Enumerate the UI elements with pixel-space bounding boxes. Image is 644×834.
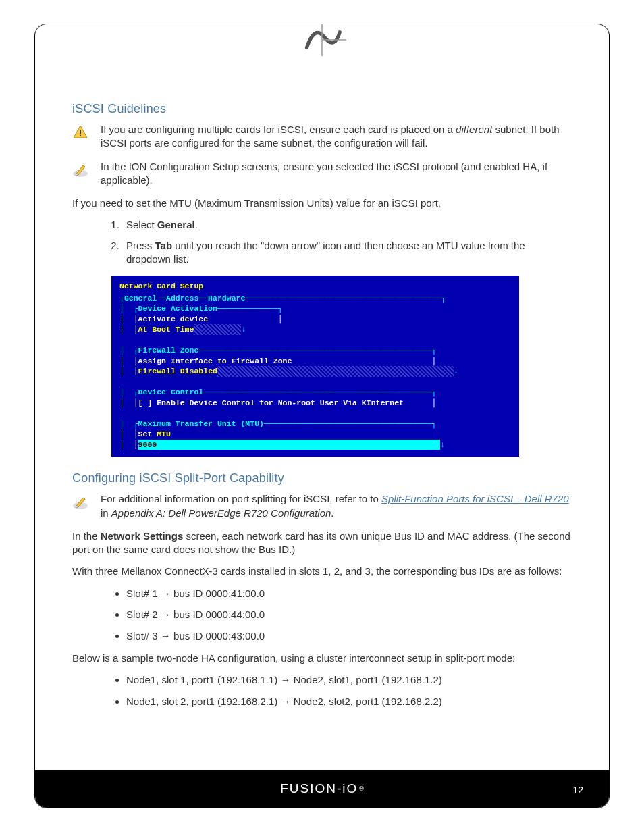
- text-fragment: For additional information on port split…: [101, 493, 381, 504]
- text-fragment: .: [331, 507, 333, 519]
- heading-split-port: Configuring iSCSI Split-Port Capability: [72, 471, 572, 486]
- text-emphasis: different: [456, 124, 492, 135]
- node-list: Node1, slot 1, port1 (192.168.1.1) → Nod…: [72, 673, 572, 708]
- slot-2-item: Slot# 2 → bus ID 0000:44:00.0: [126, 608, 572, 621]
- terminal-screenshot: Network Card Setup┌General──Address──Har…: [111, 276, 519, 457]
- pencil-icon: [72, 161, 91, 180]
- svg-rect-3: [80, 135, 81, 136]
- text-fragment: Select: [126, 219, 157, 230]
- text-fragment: │ │: [119, 440, 138, 449]
- pencil-note-1: In the ION Configuration Setup screens, …: [72, 160, 572, 188]
- terminal-boot-field: [194, 324, 241, 335]
- slot-1-item: Slot# 1 → bus ID 0000:41:00.0: [126, 587, 572, 600]
- warning-text: If you are configuring multiple cards fo…: [101, 123, 572, 151]
- text-fragment: │ │Set: [119, 429, 157, 438]
- svg-rect-2: [80, 130, 81, 134]
- terminal-tabs: ┌General──Address──Hardware─────────────…: [119, 294, 446, 313]
- text-fragment: In the: [72, 530, 101, 542]
- pencil-icon: [72, 494, 91, 512]
- network-settings-para: In the Network Settings screen, each net…: [72, 529, 572, 557]
- text-bold: Tab: [155, 240, 173, 251]
- terminal-mtu-value: 9000: [138, 440, 157, 450]
- terminal-dc-head: │ ┌Device Control───────────────────────…: [119, 388, 436, 396]
- terminal-fz-head: │ ┌Firewall Zone────────────────────────…: [119, 346, 436, 355]
- steps-list: Select General. Press Tab until you reac…: [72, 218, 572, 266]
- slot-list: Slot# 1 → bus ID 0000:41:00.0 Slot# 2 → …: [72, 587, 572, 643]
- warning-note: If you are configuring multiple cards fo…: [72, 123, 572, 151]
- pencil-text-2: For additional information on port split…: [101, 492, 572, 520]
- node-2-item: Node1, slot 2, port1 (192.168.2.1) → Nod…: [126, 695, 572, 708]
- down-arrow-icon: ↓: [440, 440, 445, 449]
- content-area: iSCSI Guidelines If you are configuring …: [35, 24, 609, 737]
- pencil-text-1: In the ION Configuration Setup screens, …: [101, 160, 572, 188]
- text-fragment: │ │: [119, 325, 138, 334]
- text-fragment: │ │: [119, 367, 138, 375]
- text-fragment: in: [101, 507, 111, 519]
- text-fragment: until you reach the "down arrow" icon an…: [126, 240, 525, 265]
- fusion-io-mark-icon: [295, 24, 349, 60]
- down-arrow-icon: ↓: [454, 367, 458, 375]
- page-frame: iSCSI Guidelines If you are configuring …: [34, 24, 610, 808]
- terminal-boot-time: At Boot Time: [138, 325, 194, 334]
- footer-bar: FUSION-iO® 12: [35, 770, 609, 808]
- ha-config-para: Below is a sample two-node HA configurat…: [72, 652, 572, 665]
- slot-text: Slot# 3 → bus ID 0000:43:00.0: [126, 630, 265, 642]
- node-text: Node1, slot 2, port1 (192.168.2.1) → Nod…: [126, 696, 442, 707]
- step-2: Press Tab until you reach the "down arro…: [122, 239, 572, 267]
- node-1-item: Node1, slot 1, port1 (192.168.1.1) → Nod…: [126, 673, 572, 687]
- page-number: 12: [572, 785, 583, 796]
- pencil-note-2: For additional information on port split…: [72, 492, 572, 520]
- text-fragment: Press: [126, 240, 155, 251]
- slot-text: Slot# 1 → bus ID 0000:41:00.0: [126, 588, 265, 599]
- heading-iscsi-guidelines: iSCSI Guidelines: [72, 102, 572, 116]
- footer-brand-text: FUSION-iO: [280, 781, 358, 796]
- down-arrow-icon: ↓: [241, 325, 246, 334]
- text-bold: General: [157, 219, 195, 230]
- slot-text: Slot# 2 → bus ID 0000:44:00.0: [126, 608, 265, 620]
- terminal-fz-assign: │ │Assign Interface to Firewall Zone │: [119, 357, 436, 365]
- text-fragment: If you are configuring multiple cards fo…: [101, 124, 456, 135]
- split-function-link[interactable]: Split-Function Ports for iSCSI – Dell R7…: [381, 493, 569, 504]
- terminal-activate-line: │ │Activate device │: [119, 315, 283, 323]
- registered-mark-icon: ®: [359, 785, 364, 792]
- appendix-reference: Appendix A: Dell PowerEdge R720 Configur…: [111, 507, 331, 519]
- mellanox-para: With three Mellanox ConnectX-3 cards ins…: [72, 565, 572, 578]
- terminal-fz-field: [217, 366, 454, 377]
- text-fragment: .: [195, 219, 198, 230]
- terminal-mtu-head: │ ┌Maximum Transfer Unit (MTU)──────────…: [119, 419, 436, 428]
- terminal-mtu-field: [157, 440, 440, 450]
- slot-3-item: Slot# 3 → bus ID 0000:43:00.0: [126, 629, 572, 643]
- terminal-title: Network Card Setup: [119, 281, 511, 292]
- terminal-firewall-disabled: Firewall Disabled: [138, 367, 217, 375]
- node-text: Node1, slot 1, port1 (192.168.1.1) → Nod…: [126, 674, 442, 685]
- brand-top-logo: [275, 24, 369, 63]
- text-bold: Network Settings: [101, 530, 184, 542]
- step-1: Select General.: [122, 218, 572, 232]
- terminal-mtu-label: MTU: [157, 429, 171, 438]
- terminal-dc-enable: │ │[ ] Enable Device Control for Non-roo…: [119, 398, 436, 407]
- warning-icon: [72, 124, 91, 142]
- body-mtu-intro: If you need to set the MTU (Maximum Tran…: [72, 197, 572, 210]
